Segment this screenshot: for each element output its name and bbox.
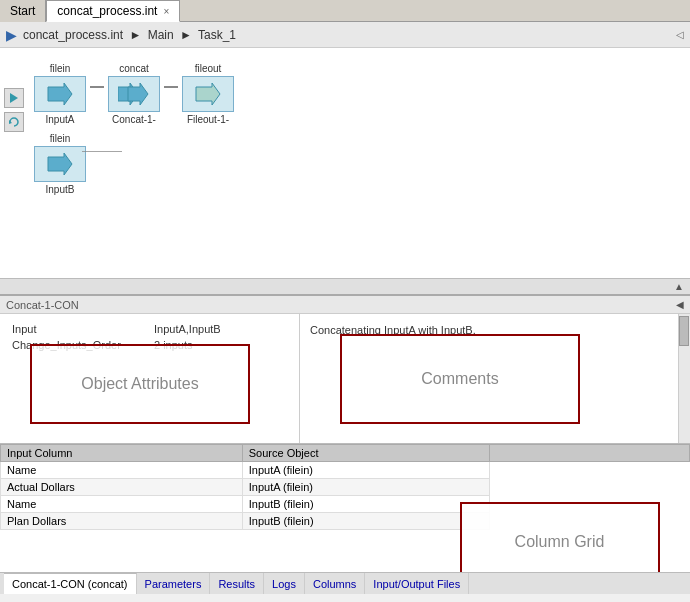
grid-header-row: Input Column Source Object [1, 445, 690, 462]
tab-bar: Start concat_process.int × [0, 0, 690, 22]
side-toolbar [4, 88, 24, 132]
arrow-icon-concat [118, 83, 150, 105]
concat-left-panel: Input InputA,InputB Change_Inputs_Order … [0, 314, 300, 443]
connector-inputb [82, 151, 172, 201]
concat-expand-icon[interactable]: ◀ [676, 299, 684, 310]
grid-col-extra [490, 445, 690, 462]
node-fileout-label: Fileout-1- [187, 114, 229, 125]
node-inputb[interactable]: filein InputB [30, 133, 90, 195]
arrow-icon-inputa [46, 83, 74, 105]
column-grid-box: Column Grid [460, 502, 660, 582]
svg-marker-5 [196, 83, 220, 105]
node-inputa-box[interactable] [34, 76, 86, 112]
object-attributes-box: Object Attributes [30, 344, 250, 424]
breadcrumb-sep2: ► [180, 28, 192, 42]
bottom-tab-io-files-label: Input/Output Files [373, 578, 460, 590]
canvas-area: filein InputA concat C [0, 48, 690, 296]
tab-start[interactable]: Start [0, 0, 46, 22]
connector-2 [164, 86, 178, 88]
node-fileout-type: fileout [195, 63, 222, 74]
row3-source: InputB (filein) [242, 513, 489, 530]
svg-marker-6 [48, 153, 72, 175]
breadcrumb: concat_process.int ► Main ► Task_1 [23, 28, 236, 42]
connector-1 [90, 86, 104, 88]
canvas-section-label: ▲ [0, 278, 690, 294]
bottom-tab-concat[interactable]: Concat-1-CON (concat) [4, 573, 137, 595]
bottom-tab-results-label: Results [218, 578, 255, 590]
concat-section: Concat-1-CON ◀ Input InputA,InputB Chang… [0, 296, 690, 444]
grid-col-input: Input Column [1, 445, 243, 462]
nav-back-icon[interactable]: ▶ [6, 27, 17, 43]
bottom-tab-concat-label: Concat-1-CON (concat) [12, 578, 128, 590]
node-fileout[interactable]: fileout Fileout-1- [178, 63, 238, 125]
bottom-tab-parameters[interactable]: Parameters [137, 573, 211, 595]
side-icon-play[interactable] [4, 88, 24, 108]
row2-source: InputB (filein) [242, 496, 489, 513]
tab-active[interactable]: concat_process.int × [46, 0, 180, 22]
flow-row-bottom: filein InputB [30, 133, 238, 195]
bottom-tab-results[interactable]: Results [210, 573, 264, 595]
concat-section-header: Concat-1-CON ◀ [0, 296, 690, 314]
node-inputb-label: InputB [46, 184, 75, 195]
row2-input: Name [1, 496, 243, 513]
row1-input: Actual Dollars [1, 479, 243, 496]
expand-icon[interactable]: ◁ [676, 29, 684, 40]
row0-source: InputA (filein) [242, 462, 489, 479]
comments-label: Comments [421, 370, 498, 388]
breadcrumb-part1: concat_process.int [23, 28, 123, 42]
node-concat-box[interactable] [108, 76, 160, 112]
attr-val-input: InputA,InputB [150, 322, 291, 336]
bottom-tab-bar: Concat-1-CON (concat) Parameters Results… [0, 572, 690, 594]
row0-extra: Column Grid [490, 462, 690, 530]
concat-right-panel: Concatenating InputA with InputB. Commen… [300, 314, 690, 443]
row3-input: Plan Dollars [1, 513, 243, 530]
node-concat-type: concat [119, 63, 148, 74]
grid-section: Input Column Source Object Name InputA (… [0, 444, 690, 594]
toolbar-row: ▶ concat_process.int ► Main ► Task_1 ◁ [0, 22, 690, 48]
bottom-tab-logs-label: Logs [272, 578, 296, 590]
breadcrumb-part2: Main [148, 28, 174, 42]
tab-active-label: concat_process.int [57, 4, 157, 18]
node-concat-label: Concat-1- [112, 114, 156, 125]
concat-section-title: Concat-1-CON [6, 299, 79, 311]
scrollbar-vertical[interactable] [678, 314, 690, 443]
svg-marker-0 [10, 93, 18, 103]
bottom-tab-logs[interactable]: Logs [264, 573, 305, 595]
node-inputb-box[interactable] [34, 146, 86, 182]
arrow-icon-inputb [46, 153, 74, 175]
node-fileout-box[interactable] [182, 76, 234, 112]
attr-row-input: Input InputA,InputB [8, 322, 291, 336]
tab-start-label: Start [10, 4, 35, 18]
table-row[interactable]: Name InputA (filein) Column Grid [1, 462, 690, 479]
scrollbar-thumb[interactable] [679, 316, 689, 346]
comments-box: Comments [340, 334, 580, 424]
object-attributes-label: Object Attributes [81, 375, 198, 393]
bottom-tab-parameters-label: Parameters [145, 578, 202, 590]
flow-row-top: filein InputA concat C [30, 63, 238, 125]
node-inputb-type: filein [50, 133, 71, 144]
node-inputa-type: filein [50, 63, 71, 74]
attr-key-input: Input [8, 322, 148, 336]
section-scroll-icon[interactable]: ▲ [674, 281, 684, 292]
row0-input: Name [1, 462, 243, 479]
bottom-tab-io-files[interactable]: Input/Output Files [365, 573, 469, 595]
svg-marker-2 [48, 83, 72, 105]
tab-close-icon[interactable]: × [163, 6, 169, 17]
breadcrumb-sep1: ► [129, 28, 141, 42]
arrow-icon-fileout [194, 83, 222, 105]
bottom-tab-columns[interactable]: Columns [305, 573, 365, 595]
breadcrumb-part3: Task_1 [198, 28, 236, 42]
flow-diagram: filein InputA concat C [30, 63, 238, 195]
side-icon-refresh[interactable] [4, 112, 24, 132]
node-inputa[interactable]: filein InputA [30, 63, 90, 125]
grid-col-source: Source Object [242, 445, 489, 462]
node-inputa-label: InputA [46, 114, 75, 125]
row1-source: InputA (filein) [242, 479, 489, 496]
concat-body: Input InputA,InputB Change_Inputs_Order … [0, 314, 690, 443]
grid-table: Input Column Source Object Name InputA (… [0, 444, 690, 530]
node-concat[interactable]: concat Concat-1- [104, 63, 164, 125]
bottom-tab-columns-label: Columns [313, 578, 356, 590]
column-grid-label: Column Grid [515, 533, 605, 551]
